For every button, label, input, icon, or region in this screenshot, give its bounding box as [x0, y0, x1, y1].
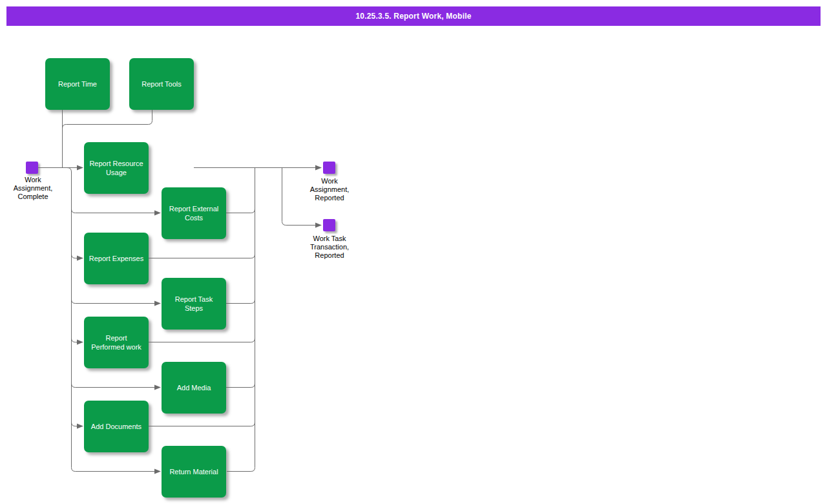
- activity-return-material[interactable]: Return Material: [162, 446, 226, 498]
- activity-add-media[interactable]: Add Media: [162, 362, 226, 414]
- activity-label: Report Time: [58, 79, 97, 89]
- activity-label: Report Performed work: [91, 333, 141, 352]
- activity-report-performed-work[interactable]: Report Performed work: [84, 317, 149, 368]
- event-work-assignment-reported-icon[interactable]: [323, 162, 335, 174]
- activity-report-resource-usage[interactable]: Report Resource Usage: [84, 142, 149, 194]
- activity-label: Add Documents: [91, 422, 141, 431]
- activity-label: Report Task Steps: [175, 295, 213, 313]
- activity-report-task-steps[interactable]: Report Task Steps: [162, 278, 226, 330]
- event-work-assignment-reported-label: Work Assignment, Reported: [304, 177, 355, 202]
- activity-label: Add Media: [177, 383, 211, 392]
- activity-report-time[interactable]: Report Time: [45, 58, 110, 110]
- event-work-task-transaction-reported-label: Work Task Transaction, Reported: [299, 235, 360, 260]
- activity-report-expenses[interactable]: Report Expenses: [84, 233, 149, 284]
- activity-label: Report Resource Usage: [89, 159, 143, 177]
- activity-label: Return Material: [169, 467, 218, 476]
- event-work-task-transaction-reported-icon[interactable]: [323, 219, 335, 231]
- activity-label: Report Expenses: [89, 254, 143, 263]
- activity-report-external-costs[interactable]: Report External Costs: [162, 187, 226, 239]
- event-work-assignment-complete-icon[interactable]: [26, 162, 38, 174]
- activity-label: Report External Costs: [169, 204, 218, 222]
- event-work-assignment-complete-label: Work Assignment, Complete: [7, 176, 59, 201]
- activity-label: Report Tools: [141, 79, 182, 89]
- activity-report-tools[interactable]: Report Tools: [129, 58, 194, 110]
- activity-add-documents[interactable]: Add Documents: [84, 401, 149, 452]
